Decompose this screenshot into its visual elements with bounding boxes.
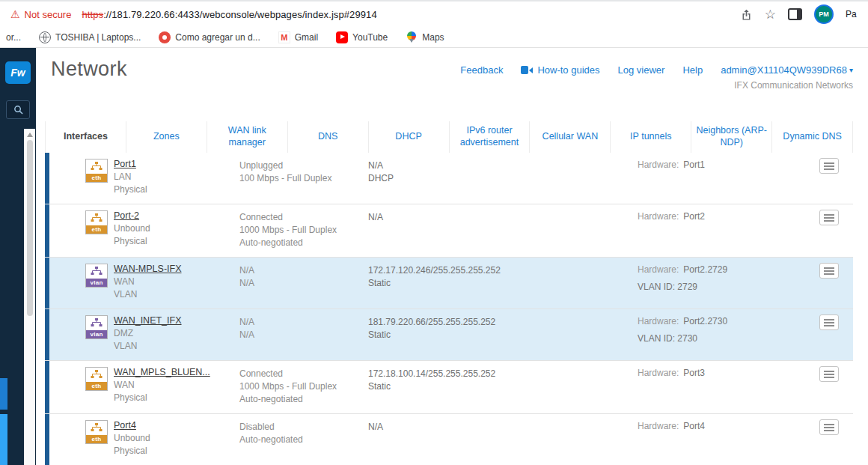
tab-label: Interfaces xyxy=(64,131,108,143)
interface-icon-cell: eth xyxy=(49,153,114,204)
bookmark-item[interactable]: Maps xyxy=(406,31,444,43)
sidebar-search-button[interactable] xyxy=(6,100,30,119)
tab-label: Dynamic DNS xyxy=(783,131,842,143)
interface-icon-cell: vlan xyxy=(49,258,114,309)
security-label[interactable]: Not secure xyxy=(25,9,72,20)
interface-ip: N/A xyxy=(368,414,638,465)
ip-line: N/A xyxy=(368,421,638,434)
tab-label: IPv6 router advertisement xyxy=(454,125,525,148)
tab-ip-tunnels[interactable]: IP tunnels xyxy=(611,121,691,153)
interface-row: vlan WAN_INET_IFX DMZ VLAN N/A N/A 181.7… xyxy=(45,309,853,361)
interface-name-link[interactable]: Port-2 xyxy=(114,210,139,221)
header-links: FeedbackHow-to guidesLog viewerHelp xyxy=(460,64,703,76)
interface-zone: WAN xyxy=(114,276,239,288)
youtube-icon xyxy=(336,31,348,43)
row-menu-button[interactable] xyxy=(819,210,839,225)
profile-name: Pa xyxy=(846,9,858,19)
interface-name-link[interactable]: WAN-MPLS-IFX xyxy=(114,264,182,274)
tab-zones[interactable]: Zones xyxy=(126,121,207,153)
browser-address-bar: ⚠ Not secure https://181.79.220.66:4433/… xyxy=(0,0,868,27)
person-icon xyxy=(159,31,171,43)
sidebar-accent-lower xyxy=(0,414,7,465)
interface-ip: 172.17.120.246/255.255.255.252 Static xyxy=(368,258,638,309)
bookmark-item[interactable]: YouTube xyxy=(336,31,388,43)
tab-cellular-wan[interactable]: Cellular WAN xyxy=(530,121,611,153)
interface-icon-cell: eth xyxy=(49,361,114,413)
interface-type-icon: eth xyxy=(85,159,108,183)
interface-type-icon: vlan xyxy=(85,264,108,288)
bookmark-label: YouTube xyxy=(352,32,388,43)
interface-hardware: Hardware:Port4 xyxy=(638,414,819,465)
scroll-up-icon[interactable] xyxy=(27,133,33,137)
interface-type-label: eth xyxy=(86,174,107,182)
interface-name-cell: Port-2 Unbound Physical xyxy=(114,204,239,257)
row-menu-button[interactable] xyxy=(819,263,839,279)
hardware-value: Port4 xyxy=(683,421,705,431)
row-menu-button[interactable] xyxy=(819,314,839,330)
bookmark-label: Como agregar un d... xyxy=(175,32,260,43)
row-menu-cell xyxy=(819,361,853,413)
hamburger-icon xyxy=(824,424,834,431)
interface-ip: N/A xyxy=(368,204,638,257)
header-link[interactable]: Feedback xyxy=(460,64,503,76)
bookmark-item[interactable]: or... xyxy=(6,32,21,43)
avatar[interactable]: PM xyxy=(814,4,834,24)
interface-status: Connected 1000 Mbps - Full Duplex Auto-n… xyxy=(239,204,368,257)
header-link[interactable]: How-to guides xyxy=(521,64,599,76)
nav-scrollbar[interactable] xyxy=(24,129,35,465)
interface-row: eth Port1 LAN Physical Unplugged 100 Mbp… xyxy=(45,153,853,204)
status-line: Unplugged xyxy=(239,159,368,172)
tab-dhcp[interactable]: DHCP xyxy=(369,121,450,153)
interface-name-link[interactable]: Port4 xyxy=(114,420,136,431)
status-line: N/A xyxy=(239,277,368,290)
bookmark-item[interactable]: Gmail xyxy=(278,31,318,43)
row-menu-button[interactable] xyxy=(819,158,839,174)
hardware-label: Hardware: xyxy=(638,264,679,275)
tab-dynamic-dns[interactable]: Dynamic DNS xyxy=(772,121,853,153)
hardware-label: Hardware: xyxy=(638,211,679,222)
bookmark-item[interactable]: Como agregar un d... xyxy=(159,31,260,43)
status-line: 100 Mbps - Full Duplex xyxy=(239,172,368,185)
scrollbar-thumb[interactable] xyxy=(27,140,33,316)
tab-neighbors-arp-ndp-[interactable]: Neighbors (ARP-NDP) xyxy=(691,121,772,153)
star-icon[interactable]: ☆ xyxy=(765,8,776,21)
interface-name-cell: WAN_MPLS_BLUEN... WAN Physical xyxy=(114,361,239,413)
header-link[interactable]: Log viewer xyxy=(618,64,665,76)
sidebar-accent-upper xyxy=(0,378,7,410)
side-panel-icon[interactable] xyxy=(788,8,802,20)
interface-name-link[interactable]: Port1 xyxy=(114,159,136,169)
network-tree-icon xyxy=(86,264,107,279)
tab-dns[interactable]: DNS xyxy=(288,121,369,153)
bookmark-item[interactable]: TOSHIBA | Laptops... xyxy=(39,31,141,43)
interface-type-icon: eth xyxy=(85,420,108,444)
interface-name-cell: WAN-MPLS-IFX WAN VLAN xyxy=(114,258,239,309)
interface-zone: WAN xyxy=(114,379,239,392)
account-menu[interactable]: admin@X11104QW939DR68 ▾ xyxy=(721,64,853,76)
status-line: N/A xyxy=(239,264,368,277)
row-menu-button[interactable] xyxy=(819,419,839,435)
header-link-label: Log viewer xyxy=(618,64,665,76)
url-text[interactable]: https://181.79.220.66:4433/webconsole/we… xyxy=(82,9,376,20)
header-link-label: Help xyxy=(682,64,703,76)
header-link[interactable]: Help xyxy=(682,64,703,76)
interface-ip: 181.79.220.66/255.255.255.252 Static xyxy=(368,309,638,360)
bookmark-label: Maps xyxy=(422,32,444,43)
hamburger-icon xyxy=(824,267,834,275)
header-link-label: Feedback xyxy=(460,64,503,76)
interface-status: N/A N/A xyxy=(239,258,368,309)
tab-interfaces[interactable]: Interfaces xyxy=(45,121,126,153)
tab-label: IP tunnels xyxy=(630,131,671,143)
row-menu-button[interactable] xyxy=(819,366,839,382)
interface-table: eth Port1 LAN Physical Unplugged 100 Mbp… xyxy=(45,153,853,465)
interface-zone: LAN xyxy=(114,171,239,183)
firewall-logo[interactable]: Fw xyxy=(5,61,31,84)
share-icon[interactable] xyxy=(740,8,753,21)
hardware-value: Port1 xyxy=(683,159,705,170)
interface-row: eth Port4 Unbound Physical Disabled Auto… xyxy=(45,414,853,465)
tab-wan-link-manager[interactable]: WAN link manager xyxy=(207,121,288,153)
tab-label: DNS xyxy=(318,131,337,143)
interface-name-link[interactable]: WAN_MPLS_BLUEN... xyxy=(114,367,210,377)
interface-name-link[interactable]: WAN_INET_IFX xyxy=(114,315,182,326)
tab-ipv6-router-advertisement[interactable]: IPv6 router advertisement xyxy=(450,121,531,153)
ip-line: N/A xyxy=(368,159,638,172)
